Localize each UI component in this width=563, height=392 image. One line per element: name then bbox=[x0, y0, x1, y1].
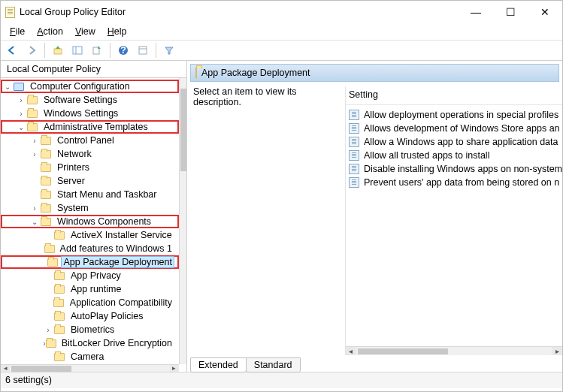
properties-button[interactable] bbox=[135, 42, 151, 59]
close-button[interactable]: ✕ bbox=[528, 1, 562, 23]
title-bar: Local Group Policy Editor — ☐ ✕ bbox=[1, 1, 562, 23]
help-button[interactable]: ? bbox=[115, 42, 132, 59]
up-button[interactable] bbox=[50, 42, 66, 59]
menu-file[interactable]: File bbox=[5, 25, 29, 38]
folder-icon bbox=[47, 257, 58, 267]
status-bar: 6 setting(s) bbox=[1, 372, 562, 388]
folder-icon bbox=[40, 162, 52, 173]
node-network[interactable]: Network bbox=[55, 148, 94, 160]
settings-list[interactable]: Setting Allow deployment operations in s… bbox=[345, 86, 562, 355]
maximize-button[interactable]: ☐ bbox=[493, 1, 528, 23]
description-prompt: Select an item to view its description. bbox=[193, 86, 339, 107]
details-pane: App Package Deployment Select an item to… bbox=[187, 61, 562, 372]
node-computer-configuration[interactable]: Computer Configuration bbox=[28, 80, 132, 92]
setting-item[interactable]: Allows development of Windows Store apps… bbox=[346, 122, 562, 135]
folder-icon bbox=[46, 338, 56, 348]
menu-view[interactable]: View bbox=[71, 25, 100, 38]
details-header: App Package Deployment bbox=[190, 64, 559, 82]
status-text: 6 setting(s) bbox=[5, 375, 52, 385]
svg-rect-1 bbox=[73, 47, 82, 54]
node-windows-components[interactable]: Windows Components bbox=[55, 216, 153, 228]
toolbar: ? bbox=[1, 40, 562, 61]
window-title: Local Group Policy Editor bbox=[20, 7, 459, 17]
folder-icon bbox=[40, 135, 52, 146]
details-title: App Package Deployment bbox=[201, 68, 310, 78]
node-start-menu-taskbar[interactable]: Start Menu and Taskbar bbox=[55, 188, 159, 201]
folder-icon bbox=[53, 324, 65, 335]
tab-standard[interactable]: Standard bbox=[246, 357, 301, 372]
setting-item[interactable]: Allow a Windows app to share application… bbox=[346, 135, 562, 149]
menu-help[interactable]: Help bbox=[103, 25, 132, 38]
menu-bar: File Action View Help bbox=[1, 23, 562, 40]
filter-button[interactable] bbox=[161, 42, 177, 59]
node-software-settings[interactable]: Software Settings bbox=[41, 94, 120, 106]
folder-icon bbox=[53, 230, 65, 240]
node-windows-settings[interactable]: Windows Settings bbox=[41, 107, 120, 119]
policy-icon bbox=[349, 150, 359, 161]
tree-horizontal-scrollbar[interactable]: ◂▸ bbox=[1, 364, 179, 372]
svg-rect-0 bbox=[54, 49, 62, 54]
list-horizontal-scrollbar[interactable]: ◂▸ bbox=[346, 346, 562, 355]
tree-pane: Local Computer Policy Computer Configura… bbox=[1, 61, 187, 372]
node-bitlocker[interactable]: BitLocker Drive Encryption bbox=[59, 337, 174, 349]
app-icon bbox=[5, 7, 15, 18]
show-hide-tree-button[interactable] bbox=[69, 42, 86, 59]
folder-icon bbox=[53, 311, 65, 321]
computer-icon bbox=[13, 81, 25, 92]
policy-icon bbox=[349, 137, 359, 147]
node-application-compatibility[interactable]: Application Compatibility bbox=[68, 297, 174, 309]
node-system[interactable]: System bbox=[55, 202, 91, 214]
folder-icon bbox=[40, 203, 52, 213]
node-autoplay-policies[interactable]: AutoPlay Policies bbox=[68, 310, 146, 322]
folder-icon bbox=[40, 216, 52, 227]
window-controls: — ☐ ✕ bbox=[459, 1, 562, 23]
node-app-runtime[interactable]: App runtime bbox=[68, 283, 123, 295]
policy-icon bbox=[349, 177, 359, 188]
back-button[interactable] bbox=[4, 42, 20, 59]
node-printers[interactable]: Printers bbox=[55, 161, 92, 173]
folder-icon bbox=[44, 243, 55, 254]
column-header-setting[interactable]: Setting bbox=[346, 86, 562, 105]
node-add-features[interactable]: Add features to Windows 1 bbox=[58, 243, 174, 255]
menu-action[interactable]: Action bbox=[32, 25, 68, 38]
content-area: Local Computer Policy Computer Configura… bbox=[1, 61, 562, 372]
tab-extended[interactable]: Extended bbox=[190, 357, 247, 372]
export-list-button[interactable] bbox=[89, 42, 105, 59]
node-biometrics[interactable]: Biometrics bbox=[68, 324, 117, 336]
folder-icon bbox=[26, 108, 38, 119]
folder-icon bbox=[53, 351, 65, 362]
setting-item[interactable]: Allow all trusted apps to install bbox=[346, 149, 562, 162]
minimize-button[interactable]: — bbox=[459, 1, 493, 23]
folder-icon bbox=[53, 297, 64, 308]
tree[interactable]: Computer Configuration Software Settings… bbox=[1, 78, 179, 364]
node-administrative-templates[interactable]: Administrative Templates bbox=[41, 121, 150, 133]
policy-icon bbox=[349, 123, 359, 134]
setting-item[interactable]: Prevent users' app data from being store… bbox=[346, 176, 562, 189]
node-app-package-deployment[interactable]: App Package Deployment bbox=[61, 256, 174, 268]
svg-text:?: ? bbox=[120, 45, 126, 56]
view-tabs: Extended Standard bbox=[187, 355, 562, 372]
policy-icon bbox=[349, 164, 359, 174]
folder-icon bbox=[40, 176, 52, 186]
folder-icon bbox=[26, 122, 38, 132]
node-camera[interactable]: Camera bbox=[68, 351, 106, 363]
forward-button[interactable] bbox=[23, 42, 40, 59]
svg-rect-6 bbox=[139, 47, 147, 54]
node-server[interactable]: Server bbox=[55, 175, 87, 187]
folder-icon bbox=[26, 95, 38, 105]
tree-root-label: Local Computer Policy bbox=[1, 61, 186, 78]
setting-item[interactable]: Disable installing Windows apps on non-s… bbox=[346, 162, 562, 176]
folder-icon bbox=[195, 68, 197, 78]
folder-icon bbox=[40, 189, 52, 200]
node-activex-installer[interactable]: ActiveX Installer Service bbox=[68, 229, 174, 241]
node-control-panel[interactable]: Control Panel bbox=[55, 134, 117, 146]
setting-item[interactable]: Allow deployment operations in special p… bbox=[346, 108, 562, 122]
folder-icon bbox=[53, 270, 65, 281]
policy-icon bbox=[349, 110, 359, 120]
tree-vertical-scrollbar[interactable] bbox=[179, 78, 186, 364]
folder-icon bbox=[40, 149, 52, 159]
folder-icon bbox=[53, 284, 65, 294]
node-app-privacy[interactable]: App Privacy bbox=[68, 270, 123, 282]
